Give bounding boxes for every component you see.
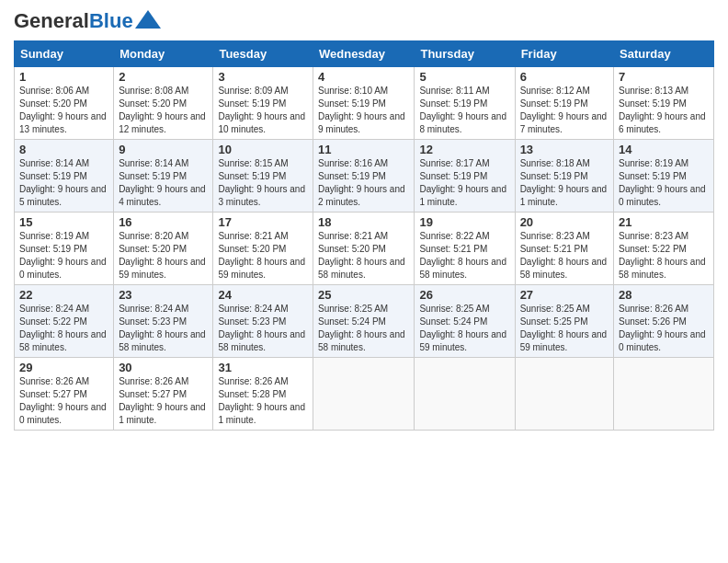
day-info: Sunrise: 8:26 AMSunset: 5:27 PMDaylight:… xyxy=(119,375,208,427)
calendar-cell: 10Sunrise: 8:15 AMSunset: 5:19 PMDayligh… xyxy=(213,140,313,213)
calendar-week-4: 22Sunrise: 8:24 AMSunset: 5:22 PMDayligh… xyxy=(15,285,714,358)
header-saturday: Saturday xyxy=(614,41,714,67)
calendar-cell: 14Sunrise: 8:19 AMSunset: 5:19 PMDayligh… xyxy=(614,140,714,213)
calendar-cell: 11Sunrise: 8:16 AMSunset: 5:19 PMDayligh… xyxy=(313,140,415,213)
day-info: Sunrise: 8:21 AMSunset: 5:20 PMDaylight:… xyxy=(318,230,409,282)
day-info: Sunrise: 8:19 AMSunset: 5:19 PMDaylight:… xyxy=(619,157,709,209)
calendar-cell xyxy=(313,358,415,431)
logo-blue: Blue xyxy=(89,9,133,33)
day-info: Sunrise: 8:15 AMSunset: 5:19 PMDaylight:… xyxy=(218,157,308,209)
day-info: Sunrise: 8:25 AMSunset: 5:24 PMDaylight:… xyxy=(419,303,509,354)
day-number: 25 xyxy=(318,288,409,302)
day-number: 14 xyxy=(619,143,709,156)
day-number: 22 xyxy=(19,288,108,302)
header-thursday: Thursday xyxy=(415,41,515,67)
day-number: 19 xyxy=(419,215,509,229)
calendar-week-1: 1Sunrise: 8:06 AMSunset: 5:20 PMDaylight… xyxy=(15,67,714,140)
calendar-week-5: 29Sunrise: 8:26 AMSunset: 5:27 PMDayligh… xyxy=(15,358,714,431)
calendar-cell: 20Sunrise: 8:23 AMSunset: 5:21 PMDayligh… xyxy=(515,213,613,285)
day-number: 29 xyxy=(19,361,108,374)
day-number: 1 xyxy=(19,70,108,84)
day-number: 13 xyxy=(520,143,609,156)
logo: General Blue xyxy=(14,9,161,33)
calendar-cell: 6Sunrise: 8:12 AMSunset: 5:19 PMDaylight… xyxy=(515,67,613,140)
day-info: Sunrise: 8:12 AMSunset: 5:19 PMDaylight:… xyxy=(520,85,609,136)
day-info: Sunrise: 8:25 AMSunset: 5:24 PMDaylight:… xyxy=(318,303,409,354)
day-info: Sunrise: 8:26 AMSunset: 5:26 PMDaylight:… xyxy=(619,303,709,354)
day-number: 18 xyxy=(318,215,409,229)
day-number: 10 xyxy=(218,143,308,156)
day-number: 23 xyxy=(119,288,208,302)
day-number: 5 xyxy=(419,70,509,84)
day-info: Sunrise: 8:16 AMSunset: 5:19 PMDaylight:… xyxy=(318,157,409,209)
day-info: Sunrise: 8:17 AMSunset: 5:19 PMDaylight:… xyxy=(419,157,509,209)
day-number: 28 xyxy=(619,288,709,302)
calendar-cell: 2Sunrise: 8:08 AMSunset: 5:20 PMDaylight… xyxy=(114,67,213,140)
calendar-cell: 3Sunrise: 8:09 AMSunset: 5:19 PMDaylight… xyxy=(213,67,313,140)
calendar-week-3: 15Sunrise: 8:19 AMSunset: 5:19 PMDayligh… xyxy=(15,213,714,285)
day-number: 21 xyxy=(619,215,709,229)
day-info: Sunrise: 8:14 AMSunset: 5:19 PMDaylight:… xyxy=(119,157,208,209)
calendar-cell: 19Sunrise: 8:22 AMSunset: 5:21 PMDayligh… xyxy=(415,213,515,285)
calendar-cell: 31Sunrise: 8:26 AMSunset: 5:28 PMDayligh… xyxy=(213,358,313,431)
calendar-cell: 5Sunrise: 8:11 AMSunset: 5:19 PMDaylight… xyxy=(415,67,515,140)
header-tuesday: Tuesday xyxy=(213,41,313,67)
day-info: Sunrise: 8:23 AMSunset: 5:22 PMDaylight:… xyxy=(619,230,709,282)
day-info: Sunrise: 8:25 AMSunset: 5:25 PMDaylight:… xyxy=(520,303,609,354)
calendar-cell: 26Sunrise: 8:25 AMSunset: 5:24 PMDayligh… xyxy=(415,285,515,358)
day-info: Sunrise: 8:13 AMSunset: 5:19 PMDaylight:… xyxy=(619,85,709,136)
header-sunday: Sunday xyxy=(15,41,114,67)
day-number: 6 xyxy=(520,70,609,84)
calendar-cell: 28Sunrise: 8:26 AMSunset: 5:26 PMDayligh… xyxy=(614,285,714,358)
day-number: 7 xyxy=(619,70,709,84)
calendar-week-2: 8Sunrise: 8:14 AMSunset: 5:19 PMDaylight… xyxy=(15,140,714,213)
day-info: Sunrise: 8:06 AMSunset: 5:20 PMDaylight:… xyxy=(19,85,108,136)
day-info: Sunrise: 8:11 AMSunset: 5:19 PMDaylight:… xyxy=(419,85,509,136)
day-number: 9 xyxy=(119,143,208,156)
calendar-cell: 13Sunrise: 8:18 AMSunset: 5:19 PMDayligh… xyxy=(515,140,613,213)
calendar-cell: 22Sunrise: 8:24 AMSunset: 5:22 PMDayligh… xyxy=(15,285,114,358)
header-wednesday: Wednesday xyxy=(313,41,415,67)
day-number: 12 xyxy=(419,143,509,156)
day-number: 3 xyxy=(218,70,308,84)
day-info: Sunrise: 8:08 AMSunset: 5:20 PMDaylight:… xyxy=(119,85,208,136)
day-number: 15 xyxy=(19,215,108,229)
day-info: Sunrise: 8:19 AMSunset: 5:19 PMDaylight:… xyxy=(19,230,108,282)
calendar-cell: 29Sunrise: 8:26 AMSunset: 5:27 PMDayligh… xyxy=(15,358,114,431)
day-info: Sunrise: 8:24 AMSunset: 5:23 PMDaylight:… xyxy=(119,303,208,354)
day-info: Sunrise: 8:24 AMSunset: 5:22 PMDaylight:… xyxy=(19,303,108,354)
day-number: 20 xyxy=(520,215,609,229)
day-info: Sunrise: 8:21 AMSunset: 5:20 PMDaylight:… xyxy=(218,230,308,282)
day-number: 26 xyxy=(419,288,509,302)
calendar-cell: 21Sunrise: 8:23 AMSunset: 5:22 PMDayligh… xyxy=(614,213,714,285)
calendar-cell: 12Sunrise: 8:17 AMSunset: 5:19 PMDayligh… xyxy=(415,140,515,213)
day-info: Sunrise: 8:18 AMSunset: 5:19 PMDaylight:… xyxy=(520,157,609,209)
day-info: Sunrise: 8:20 AMSunset: 5:20 PMDaylight:… xyxy=(119,230,208,282)
logo-general: General xyxy=(14,9,89,33)
header-friday: Friday xyxy=(515,41,613,67)
day-number: 16 xyxy=(119,215,208,229)
calendar-cell: 24Sunrise: 8:24 AMSunset: 5:23 PMDayligh… xyxy=(213,285,313,358)
page-header: General Blue xyxy=(14,9,714,33)
calendar-cell: 4Sunrise: 8:10 AMSunset: 5:19 PMDaylight… xyxy=(313,67,415,140)
calendar-cell xyxy=(614,358,714,431)
calendar-cell: 27Sunrise: 8:25 AMSunset: 5:25 PMDayligh… xyxy=(515,285,613,358)
day-number: 17 xyxy=(218,215,308,229)
header-monday: Monday xyxy=(114,41,213,67)
day-number: 2 xyxy=(119,70,208,84)
calendar-cell: 17Sunrise: 8:21 AMSunset: 5:20 PMDayligh… xyxy=(213,213,313,285)
day-info: Sunrise: 8:24 AMSunset: 5:23 PMDaylight:… xyxy=(218,303,308,354)
calendar-cell: 8Sunrise: 8:14 AMSunset: 5:19 PMDaylight… xyxy=(15,140,114,213)
day-info: Sunrise: 8:23 AMSunset: 5:21 PMDaylight:… xyxy=(520,230,609,282)
day-number: 4 xyxy=(318,70,409,84)
calendar-cell: 23Sunrise: 8:24 AMSunset: 5:23 PMDayligh… xyxy=(114,285,213,358)
day-info: Sunrise: 8:26 AMSunset: 5:28 PMDaylight:… xyxy=(218,375,308,427)
calendar-cell xyxy=(515,358,613,431)
calendar-cell: 16Sunrise: 8:20 AMSunset: 5:20 PMDayligh… xyxy=(114,213,213,285)
day-number: 30 xyxy=(119,361,208,374)
calendar-cell xyxy=(415,358,515,431)
day-number: 31 xyxy=(218,361,308,374)
day-info: Sunrise: 8:14 AMSunset: 5:19 PMDaylight:… xyxy=(19,157,108,209)
day-number: 27 xyxy=(520,288,609,302)
calendar-cell: 30Sunrise: 8:26 AMSunset: 5:27 PMDayligh… xyxy=(114,358,213,431)
